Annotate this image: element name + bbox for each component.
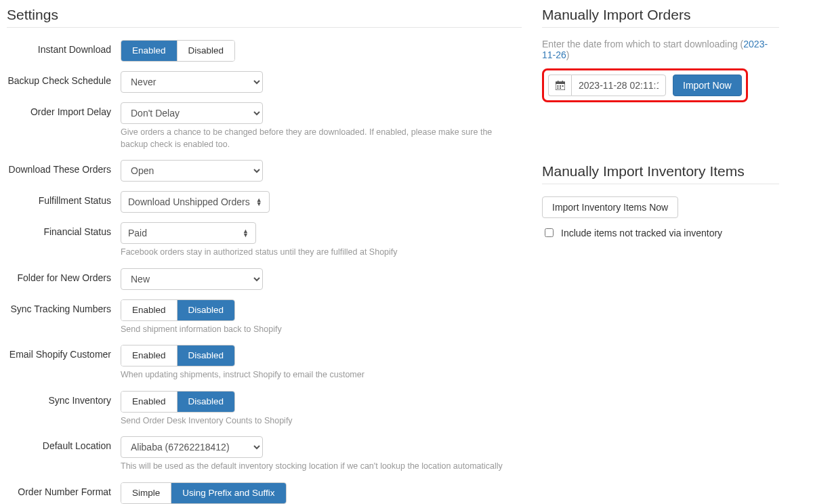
label-backup-check: Backup Check Schedule bbox=[7, 71, 121, 86]
import-inventory-button[interactable]: Import Inventory Items Now bbox=[542, 196, 678, 218]
label-email-customer: Email Shopify Customer bbox=[7, 345, 121, 360]
financial-status-help: Facebook orders stay in authorized statu… bbox=[121, 247, 514, 259]
manual-orders-help-prefix: Enter the date from which to start downl… bbox=[542, 39, 743, 49]
import-now-button[interactable]: Import Now bbox=[673, 75, 742, 96]
import-delay-help: Give orders a chance to be changed befor… bbox=[121, 127, 514, 150]
include-untracked-label: Include items not tracked via inventory bbox=[561, 228, 722, 238]
sync-tracking-help: Send shipment information back to Shopif… bbox=[121, 324, 514, 336]
fulfillment-status-select[interactable]: Download Unshipped Orders ▲▼ bbox=[121, 191, 270, 213]
order-number-format-simple[interactable]: Simple bbox=[121, 483, 171, 503]
financial-status-value: Paid bbox=[128, 228, 147, 238]
default-location-help: This will be used as the default invento… bbox=[121, 461, 514, 473]
include-untracked-checkbox[interactable] bbox=[545, 228, 554, 237]
manual-orders-help-suffix: ) bbox=[566, 49, 570, 60]
instant-download-enabled[interactable]: Enabled bbox=[121, 41, 177, 61]
sync-inventory-enabled[interactable]: Enabled bbox=[121, 392, 177, 412]
download-orders-select[interactable]: Open bbox=[121, 160, 263, 182]
email-customer-toggle[interactable]: Enabled Disabled bbox=[121, 345, 235, 366]
label-instant-download: Instant Download bbox=[7, 40, 121, 55]
sync-inventory-help: Send Order Desk Inventory Counts to Shop… bbox=[121, 415, 514, 427]
label-default-location: Default Location bbox=[7, 436, 121, 451]
label-financial-status: Financial Status bbox=[7, 222, 121, 237]
label-folder-new-orders: Folder for New Orders bbox=[7, 268, 121, 283]
sync-tracking-enabled[interactable]: Enabled bbox=[121, 300, 177, 320]
order-number-format-prefix[interactable]: Using Prefix and Suffix bbox=[171, 483, 285, 503]
sync-inventory-disabled[interactable]: Disabled bbox=[177, 392, 235, 412]
svg-rect-6 bbox=[562, 85, 563, 87]
instant-download-toggle[interactable]: Enabled Disabled bbox=[121, 40, 235, 62]
import-now-highlight: Import Now bbox=[542, 68, 748, 102]
svg-rect-4 bbox=[557, 85, 558, 87]
import-datetime-input[interactable] bbox=[571, 75, 666, 96]
instant-download-disabled[interactable]: Disabled bbox=[177, 41, 235, 61]
label-download-orders: Download These Orders bbox=[7, 160, 121, 175]
label-import-delay: Order Import Delay bbox=[7, 102, 121, 117]
backup-check-select[interactable]: Never bbox=[121, 71, 263, 93]
label-sync-inventory: Sync Inventory bbox=[7, 391, 121, 406]
sort-icon: ▲▼ bbox=[243, 229, 249, 237]
financial-status-select[interactable]: Paid ▲▼ bbox=[121, 222, 256, 244]
svg-rect-1 bbox=[556, 82, 565, 84]
default-location-select[interactable]: Alibaba (67262218412) bbox=[121, 436, 263, 458]
email-customer-disabled[interactable]: Disabled bbox=[177, 345, 235, 366]
email-customer-help: When updating shipments, instruct Shopif… bbox=[121, 369, 514, 381]
calendar-icon[interactable] bbox=[548, 75, 571, 96]
include-untracked-row[interactable]: Include items not tracked via inventory bbox=[542, 226, 779, 239]
import-delay-select[interactable]: Don't Delay bbox=[121, 102, 263, 124]
label-sync-tracking: Sync Tracking Numbers bbox=[7, 299, 121, 314]
svg-rect-8 bbox=[560, 87, 561, 89]
svg-rect-7 bbox=[557, 87, 558, 89]
svg-rect-2 bbox=[558, 81, 558, 83]
fulfillment-status-value: Download Unshipped Orders bbox=[128, 196, 250, 207]
settings-title: Settings bbox=[7, 7, 522, 28]
label-fulfillment-status: Fulfillment Status bbox=[7, 191, 121, 206]
order-number-format-toggle[interactable]: Simple Using Prefix and Suffix bbox=[121, 482, 287, 504]
manual-inventory-title: Manually Import Inventory Items bbox=[542, 163, 779, 184]
manual-orders-help: Enter the date from which to start downl… bbox=[542, 39, 779, 60]
sync-inventory-toggle[interactable]: Enabled Disabled bbox=[121, 391, 235, 413]
svg-rect-5 bbox=[560, 85, 561, 87]
svg-rect-3 bbox=[562, 81, 562, 83]
email-customer-enabled[interactable]: Enabled bbox=[121, 345, 177, 366]
folder-new-orders-select[interactable]: New bbox=[121, 268, 263, 290]
sort-icon: ▲▼ bbox=[256, 198, 262, 206]
sync-tracking-toggle[interactable]: Enabled Disabled bbox=[121, 299, 235, 321]
manual-orders-title: Manually Import Orders bbox=[542, 7, 779, 28]
label-order-number-format: Order Number Format bbox=[7, 482, 121, 497]
sync-tracking-disabled[interactable]: Disabled bbox=[177, 300, 235, 320]
